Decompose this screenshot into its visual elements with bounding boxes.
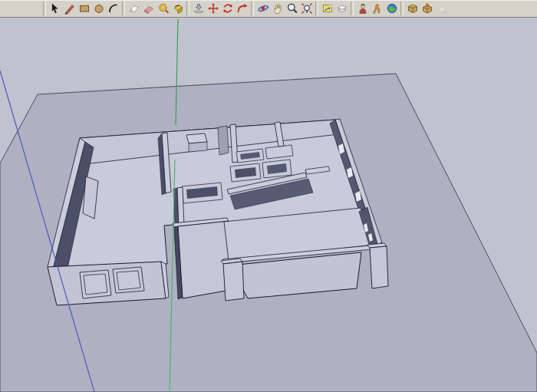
position-camera-tool-button[interactable] (355, 1, 370, 17)
eraser-tool-icon (143, 2, 155, 15)
toolbar-separator (122, 2, 125, 15)
viewport-canvas[interactable] (0, 18, 537, 392)
zoom-tool-button[interactable] (285, 1, 299, 17)
toolbar-separator (315, 2, 318, 15)
orbit-tool-button[interactable] (255, 1, 270, 17)
select-tool-icon (49, 2, 61, 15)
paint-bucket-tool-button[interactable] (170, 1, 185, 17)
toolbar-separator (43, 2, 46, 15)
walk-tool-icon (371, 2, 384, 15)
partition-wall (177, 187, 184, 227)
toolbar-separator (251, 2, 254, 15)
toolbar-separator (186, 2, 189, 15)
chimney-front (189, 142, 207, 152)
pan-tool-icon (272, 2, 284, 15)
rotate-tool-icon (222, 2, 234, 15)
eraser-tool-button[interactable] (141, 1, 156, 17)
tape-measure-tool-icon (157, 2, 170, 15)
rectangle-tool-button[interactable] (77, 1, 91, 17)
toolbar-spacer (0, 0, 41, 17)
paint-bucket-tool-icon (172, 2, 184, 15)
share-models-button[interactable] (420, 1, 434, 17)
pan-tool-button[interactable] (270, 1, 285, 17)
google-earth-button[interactable] (384, 1, 399, 17)
toggle-terrain-button[interactable] (334, 1, 349, 17)
move-tool-icon (207, 2, 219, 15)
arc-tool-icon (107, 2, 120, 15)
select-tool-button[interactable] (48, 1, 62, 17)
google-earth-icon (386, 2, 398, 15)
rotate-tool-button[interactable] (220, 1, 235, 17)
move-tool-button[interactable] (206, 1, 220, 17)
position-camera-tool-icon (357, 2, 369, 15)
sketchup-window (0, 0, 537, 392)
zoom-extents-tool-icon (301, 2, 313, 15)
pillar-front (223, 262, 244, 301)
share-component-icon (436, 2, 448, 15)
make-component-tool-icon (128, 2, 140, 15)
follow-me-tool-button[interactable] (235, 1, 249, 17)
zoom-tool-icon (286, 2, 298, 15)
line-tool-icon (64, 2, 76, 15)
get-current-view-icon (321, 2, 334, 15)
back-wall-opening (218, 126, 229, 155)
orbit-tool-icon (257, 2, 269, 15)
pillar-front (370, 246, 388, 288)
toggle-terrain-icon (336, 2, 348, 15)
toolbar-separator (351, 2, 354, 15)
zoom-extents-tool-button[interactable] (299, 1, 314, 17)
walk-tool-button[interactable] (370, 1, 384, 17)
get-current-view-button[interactable] (320, 1, 334, 17)
share-models-icon (421, 2, 433, 15)
circle-tool-button[interactable] (91, 1, 106, 17)
push-pull-tool-icon (193, 2, 205, 15)
line-tool-button[interactable] (62, 1, 77, 17)
tape-measure-tool-button[interactable] (156, 1, 170, 17)
middle-front-wall (178, 221, 230, 298)
toolbar (0, 0, 537, 18)
circle-tool-icon (93, 2, 105, 15)
arc-tool-button[interactable] (106, 1, 120, 17)
viewport[interactable] (0, 18, 537, 392)
make-component-tool-button[interactable] (127, 1, 141, 17)
follow-me-tool-icon (236, 2, 249, 15)
rectangle-tool-icon (78, 2, 91, 15)
toolbar-separator (400, 2, 404, 15)
share-component-button (434, 1, 449, 17)
push-pull-tool-button[interactable] (191, 1, 206, 17)
get-models-icon (407, 2, 419, 15)
get-models-button[interactable] (405, 1, 420, 17)
